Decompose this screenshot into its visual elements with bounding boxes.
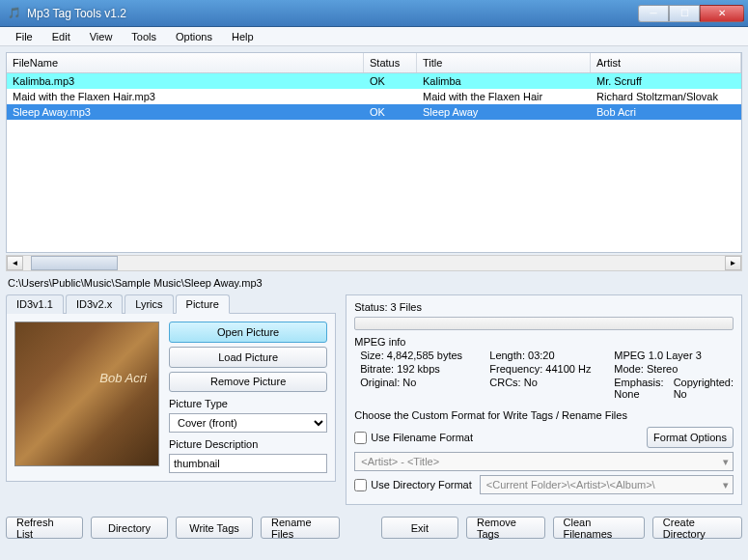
col-status[interactable]: Status <box>364 53 417 72</box>
menu-tools[interactable]: Tools <box>122 31 166 42</box>
table-row[interactable]: Sleep Away.mp3 OK Sleep Away Bob Acri <box>7 104 741 120</box>
app-icon: 🎵 <box>8 7 21 19</box>
tab-picture[interactable]: Picture <box>176 294 230 314</box>
use-directory-format-checkbox[interactable] <box>354 479 367 491</box>
file-path: C:\Users\Public\Music\Sample Music\Sleep… <box>6 271 742 294</box>
load-picture-button[interactable]: Load Picture <box>169 347 327 368</box>
table-row[interactable]: Kalimba.mp3 OK Kalimba Mr. Scruff <box>7 73 741 89</box>
col-artist[interactable]: Artist <box>591 53 741 72</box>
open-picture-button[interactable]: Open Picture <box>169 322 327 343</box>
create-directory-button[interactable]: Create Directory <box>652 517 742 539</box>
minimize-button[interactable]: ─ <box>638 5 669 22</box>
exit-button[interactable]: Exit <box>381 517 458 539</box>
menu-file[interactable]: File <box>6 31 42 42</box>
remove-picture-button[interactable]: Remove Picture <box>169 372 327 393</box>
bottom-toolbar: Refresh List Directory Write Tags Rename… <box>0 511 748 545</box>
status-line: Status: 3 Files <box>354 301 734 313</box>
list-header: FileName Status Title Artist <box>7 53 741 73</box>
format-options-button[interactable]: Format Options <box>647 427 734 448</box>
menu-help[interactable]: Help <box>222 31 263 42</box>
filename-format-combo[interactable]: <Artist> - <Title> <box>354 452 734 471</box>
picture-type-label: Picture Type <box>169 398 327 409</box>
tab-id3v1[interactable]: ID3v1.1 <box>6 294 64 314</box>
tab-id3v2[interactable]: ID3v2.x <box>66 294 123 314</box>
menu-edit[interactable]: Edit <box>42 31 80 42</box>
progress-bar <box>354 317 734 330</box>
scroll-thumb[interactable] <box>31 256 118 270</box>
table-row[interactable]: Maid with the Flaxen Hair.mp3 Maid with … <box>7 89 741 104</box>
scroll-right-icon[interactable]: ► <box>725 256 741 270</box>
h-scrollbar[interactable]: ◄ ► <box>6 255 742 271</box>
clean-filenames-button[interactable]: Clean Filenames <box>553 517 645 539</box>
remove-tags-button[interactable]: Remove Tags <box>466 517 545 539</box>
use-filename-format-checkbox[interactable] <box>354 432 367 444</box>
album-art <box>14 322 159 466</box>
directory-button[interactable]: Directory <box>91 517 168 539</box>
picture-desc-label: Picture Description <box>169 438 327 450</box>
col-title[interactable]: Title <box>417 53 591 72</box>
picture-type-select[interactable]: Cover (front) <box>169 413 327 433</box>
picture-desc-input[interactable] <box>169 454 327 473</box>
file-list[interactable]: FileName Status Title Artist Kalimba.mp3… <box>6 52 742 253</box>
write-tags-button[interactable]: Write Tags <box>176 517 253 539</box>
custom-format-label: Choose the Custom Format for Write Tags … <box>354 409 734 421</box>
mpeg-info-grid: Size: 4,842,585 bytes Length: 03:20 MPEG… <box>354 350 734 400</box>
directory-format-combo[interactable]: <Current Folder>\<Artist>\<Album>\ <box>480 475 734 494</box>
tab-lyrics[interactable]: Lyrics <box>125 294 173 314</box>
menu-bar: File Edit View Tools Options Help <box>0 27 748 46</box>
col-filename[interactable]: FileName <box>7 53 364 72</box>
rename-files-button[interactable]: Rename Files <box>261 517 340 539</box>
menu-options[interactable]: Options <box>166 31 222 42</box>
refresh-list-button[interactable]: Refresh List <box>6 517 83 539</box>
window-title: Mp3 Tag Tools v1.2 <box>27 7 638 20</box>
close-button[interactable]: ✕ <box>700 5 744 22</box>
title-bar: 🎵 Mp3 Tag Tools v1.2 ─ ☐ ✕ <box>0 0 748 27</box>
maximize-button[interactable]: ☐ <box>669 5 700 22</box>
mpeg-info-label: MPEG info <box>354 336 734 348</box>
menu-view[interactable]: View <box>80 31 123 42</box>
scroll-left-icon[interactable]: ◄ <box>7 256 23 270</box>
